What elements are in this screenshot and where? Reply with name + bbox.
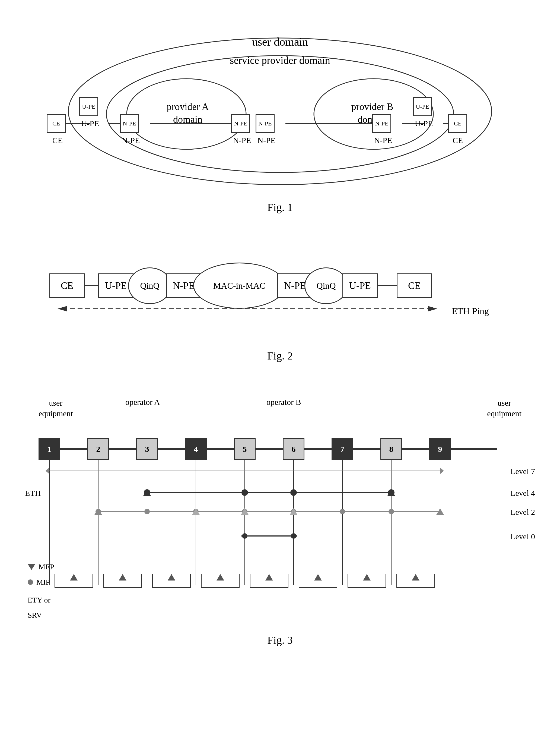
fig1-caption: Fig. 1: [267, 201, 292, 214]
svg-rect-31: [348, 574, 386, 588]
user-equipment-left-label: userequipment: [39, 398, 73, 419]
mep-legend-label: MEP: [39, 559, 54, 575]
node-1: 1: [39, 438, 60, 460]
svg-point-40: [388, 489, 394, 496]
svg-point-39: [290, 489, 297, 496]
svg-marker-51: [94, 508, 102, 515]
fig2-upe-right: U-PE: [342, 273, 378, 298]
svg-point-50: [389, 509, 394, 514]
svg-marker-53: [192, 508, 200, 515]
mep-icon: [28, 564, 35, 570]
node-9: 9: [429, 438, 451, 460]
svg-marker-42: [387, 489, 395, 496]
ce-right-label: CE: [447, 136, 469, 145]
svg-marker-13: [58, 306, 67, 311]
svg-point-46: [193, 509, 199, 514]
svg-point-47: [242, 509, 247, 514]
svg-marker-58: [294, 533, 297, 539]
ce-right-node: CE: [448, 114, 467, 133]
npe-center-right-node: N-PE: [256, 114, 275, 133]
level0-label: Level 0: [510, 532, 535, 541]
svg-marker-52: [436, 508, 444, 515]
eth-label: ETH: [25, 489, 41, 498]
level2-label: Level 2: [510, 508, 535, 517]
level4-label: Level 4: [510, 489, 535, 498]
node-8: 8: [380, 438, 402, 460]
fig2-ce-left: CE: [49, 273, 85, 298]
node-5: 5: [234, 438, 256, 460]
eth-ping-label: ETH Ping: [452, 306, 489, 316]
npe-right-inner-node: N-PE: [372, 114, 391, 133]
npe-left-inner-node: N-PE: [120, 114, 139, 133]
user-domain-label: user domain: [252, 35, 308, 48]
fig2-qinq-left: QinQ: [128, 267, 171, 304]
svg-marker-41: [143, 489, 151, 496]
node-6: 6: [283, 438, 304, 460]
node-3: 3: [136, 438, 158, 460]
mip-legend-label: MIP: [36, 575, 50, 590]
svg-marker-61: [70, 574, 78, 581]
ety-srv-label: ETY orSRV: [28, 596, 50, 619]
svg-point-38: [241, 489, 248, 496]
sp-domain-label: service provider domain: [230, 54, 330, 66]
svg-marker-64: [217, 574, 224, 581]
node-7: 7: [332, 438, 353, 460]
level7-label: Level 7: [510, 467, 535, 476]
svg-point-44: [96, 509, 101, 514]
page: user domain service provider domain prov…: [0, 0, 560, 679]
fig3-caption: Fig. 3: [267, 634, 292, 647]
svg-point-49: [340, 509, 345, 514]
svg-rect-32: [397, 574, 435, 588]
upe-right-label: U-PE: [412, 119, 436, 128]
svg-marker-68: [412, 574, 419, 581]
operator-b-label: operator B: [266, 398, 301, 407]
svg-rect-25: [55, 574, 93, 588]
svg-point-59: [242, 533, 247, 539]
svg-marker-57: [241, 533, 245, 539]
svg-point-48: [291, 509, 296, 514]
node-2: 2: [87, 438, 109, 460]
operator-a-label: operator A: [125, 398, 160, 407]
svg-marker-66: [314, 574, 322, 581]
npe-center-right-label: N-PE: [254, 136, 279, 145]
upe-right-node: U-PE: [413, 97, 432, 116]
svg-marker-54: [241, 508, 249, 515]
fig2-diagram: CE U-PE QinQ N-PE MAC-in-MAC N-PE QinQ U…: [36, 246, 524, 344]
svg-marker-63: [168, 574, 175, 581]
svg-rect-30: [299, 574, 337, 588]
svg-point-60: [291, 533, 296, 539]
svg-marker-67: [363, 574, 371, 581]
fig3-legend: MEP MIP ETY orSRV: [28, 559, 54, 623]
mip-icon: [28, 579, 33, 585]
npe-left-inner-label: N-PE: [119, 136, 143, 145]
npe-center-left-label: N-PE: [230, 136, 254, 145]
user-equipment-right-label: userequipment: [487, 398, 521, 419]
ce-left-node: CE: [47, 114, 66, 133]
upe-left-label: U-PE: [78, 119, 102, 128]
svg-rect-29: [250, 574, 288, 588]
fig2-caption: Fig. 2: [267, 349, 292, 362]
ce-left-label: CE: [47, 136, 68, 145]
svg-rect-27: [152, 574, 190, 588]
svg-rect-28: [201, 574, 239, 588]
svg-marker-62: [119, 574, 126, 581]
svg-marker-65: [265, 574, 273, 581]
svg-point-37: [144, 489, 150, 496]
svg-marker-14: [428, 306, 437, 311]
fig2-ce-right: CE: [397, 273, 432, 298]
fig3-diagram: userequipment operator A operator B user…: [22, 395, 538, 628]
fig2-qinq-right: QinQ: [304, 267, 348, 304]
fig2-mac-in-mac: MAC-in-MAC: [193, 262, 285, 309]
npe-right-inner-label: N-PE: [371, 136, 395, 145]
svg-point-45: [144, 509, 150, 514]
svg-marker-34: [46, 468, 49, 474]
svg-marker-55: [290, 508, 297, 515]
npe-center-left-node: N-PE: [231, 114, 250, 133]
fig1-diagram: user domain service provider domain prov…: [36, 27, 524, 195]
node-4: 4: [185, 438, 207, 460]
svg-marker-35: [440, 468, 444, 474]
upe-left-node: U-PE: [79, 97, 98, 116]
svg-rect-26: [104, 574, 142, 588]
